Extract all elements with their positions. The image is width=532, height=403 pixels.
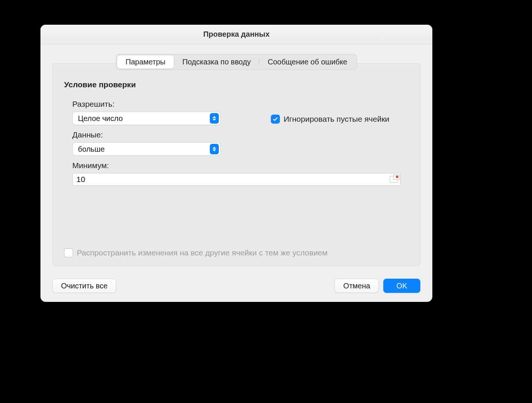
clear-all-label: Очистить все: [61, 282, 108, 290]
data-validation-dialog: Проверка данных Параметры Подсказка по в…: [40, 25, 432, 302]
dialog-content: Параметры Подсказка по вводу Сообщение о…: [40, 44, 432, 272]
dialog-titlebar: Проверка данных: [40, 25, 432, 44]
dialog-footer: Очистить все Отмена OK: [40, 272, 432, 302]
tab-input-hint[interactable]: Подсказка по вводу: [174, 55, 259, 69]
parameters-panel: Условие проверки Разрешить: Целое число: [52, 63, 420, 266]
allow-label: Разрешить:: [72, 100, 222, 109]
allow-select[interactable]: Целое число: [72, 112, 221, 125]
ignore-blank-label: Игнорировать пустые ячейки: [284, 115, 389, 124]
ok-button[interactable]: OK: [383, 279, 420, 293]
chevron-up-down-icon: [210, 113, 219, 124]
section-heading: Условие проверки: [64, 80, 409, 89]
tab-error-message-label: Сообщение об ошибке: [267, 58, 347, 66]
propagate-label: Распространить изменения на все другие я…: [77, 248, 328, 257]
tabs: Параметры Подсказка по вводу Сообщение о…: [116, 54, 357, 70]
checkmark-icon: [271, 115, 280, 124]
checkbox-empty-icon: [64, 248, 73, 257]
cancel-button[interactable]: Отмена: [335, 279, 379, 293]
ignore-blank-checkbox[interactable]: Игнорировать пустые ячейки: [271, 115, 389, 124]
allow-value: Целое число: [78, 114, 123, 123]
tab-parameters[interactable]: Параметры: [117, 55, 174, 69]
allow-field: Разрешить:: [72, 97, 222, 112]
tab-error-message[interactable]: Сообщение об ошибке: [259, 55, 355, 69]
range-picker-icon[interactable]: [390, 176, 398, 183]
data-field: Данные: больше: [72, 128, 222, 156]
propagate-checkbox: Распространить изменения на все другие я…: [64, 239, 409, 257]
clear-all-button[interactable]: Очистить все: [52, 279, 116, 293]
chevron-up-down-icon: [210, 144, 219, 154]
data-select[interactable]: больше: [72, 142, 221, 156]
data-value: больше: [78, 145, 105, 154]
cancel-label: Отмена: [343, 282, 370, 290]
minimum-input[interactable]: 10: [72, 173, 400, 186]
tab-parameters-label: Параметры: [126, 58, 166, 66]
minimum-value: 10: [76, 175, 390, 184]
tab-input-hint-label: Подсказка по вводу: [182, 58, 251, 66]
tabs-container: Параметры Подсказка по вводу Сообщение о…: [52, 54, 420, 70]
data-label: Данные:: [72, 130, 222, 139]
dialog-title: Проверка данных: [203, 30, 269, 39]
ok-label: OK: [396, 282, 407, 290]
minimum-label: Минимум:: [72, 161, 409, 170]
